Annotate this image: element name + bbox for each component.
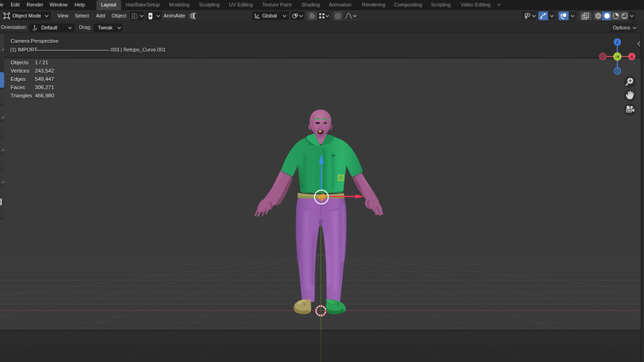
svg-text:Z: Z — [616, 40, 619, 45]
svg-text:X: X — [630, 54, 633, 59]
svg-text:-Y: -Y — [616, 55, 620, 59]
